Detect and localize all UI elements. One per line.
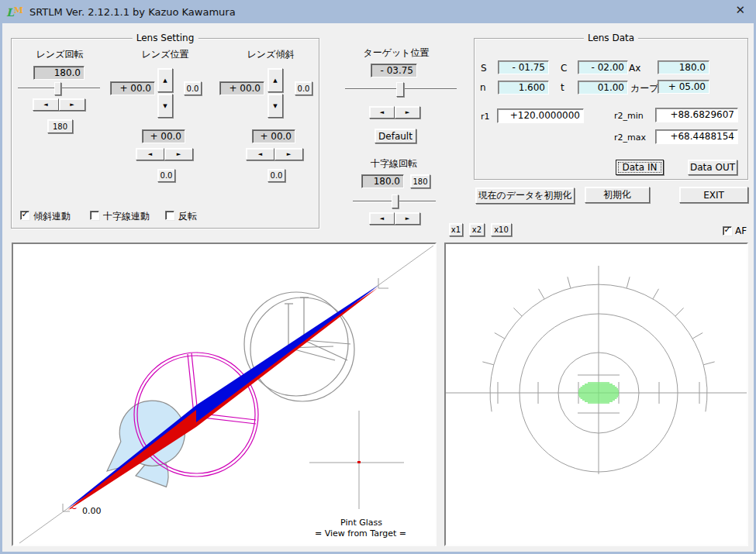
exit-button[interactable]: EXIT [679, 187, 748, 203]
lens-tilt-shift-value: + 00.0 [252, 129, 295, 143]
target-position-label: ターゲット位置 [355, 46, 437, 60]
crosshair-rotation-right-button[interactable]: ► [395, 212, 420, 225]
reset-button[interactable]: 初期化 [585, 187, 650, 203]
r1-field: +120.0000000 [497, 108, 584, 123]
arrow-left-icon: ◄ [148, 151, 152, 157]
n-label: n [480, 82, 486, 93]
lens-setting-group-label: Lens Setting [133, 33, 198, 43]
target-position-left-button[interactable]: ◄ [369, 106, 395, 119]
crosshair-rotation-left-button[interactable]: ◄ [369, 212, 395, 225]
s-label: S [481, 63, 487, 74]
lens-rotation-preset-button[interactable]: 180 [47, 119, 73, 133]
title-bar: LM SRTLM Ver. 2.12.1.1 by Kazuo Kawamura… [0, 0, 756, 23]
ax-label: Ax [629, 63, 640, 74]
target-position-right-button[interactable]: ► [395, 106, 420, 119]
arrow-right-icon: ► [406, 215, 409, 222]
lens-tilt-down-button[interactable]: ▼ [268, 94, 283, 118]
check-icon: ✓ [21, 209, 28, 219]
t-label: t [561, 82, 564, 93]
check-icon: ✓ [723, 225, 730, 235]
af-label: AF [735, 225, 747, 236]
app-window: LM SRTLM Ver. 2.12.1.1 by Kazuo Kawamura… [0, 0, 756, 554]
c-field[interactable]: - 02.00 [578, 60, 628, 74]
lens-position-label: レンズ位置 [132, 48, 198, 61]
target-view-canvas [446, 244, 747, 545]
arrow-left-icon: ◄ [380, 109, 384, 115]
window-title: SRTLM Ver. 2.12.1.1 by Kazuo Kawamura [29, 6, 236, 18]
lens-position-reset-button[interactable]: 0.0 [184, 81, 202, 95]
lens-position-down-button[interactable]: ▼ [157, 94, 173, 118]
arrow-down-icon: ▼ [273, 103, 277, 109]
lens-rotation-slider-thumb[interactable] [54, 82, 61, 95]
crosshair-rotation-slider-thumb[interactable] [392, 194, 399, 208]
reset-current-data-button[interactable]: 現在のデータを初期化 [475, 188, 575, 204]
ray-trace-panel: ~ 0.00 Pint Glass = View from Target = [12, 243, 437, 546]
data-out-button[interactable]: Data OUT [688, 160, 737, 175]
r2-max-field: +68.4488154 [655, 129, 738, 144]
r1-label: r1 [481, 112, 490, 122]
lens-rotation-right-button[interactable]: ► [59, 98, 85, 111]
arrow-right-icon: ► [70, 102, 74, 108]
lens-tilt-shift-right-button[interactable]: ► [274, 148, 303, 160]
arrow-left-icon: ◄ [258, 151, 262, 157]
lens-data-group-label: Lens Data [584, 33, 638, 43]
lens-rotation-label: レンズ回転 [26, 48, 93, 61]
r2-min-field: +88.6829607 [655, 108, 738, 122]
ray-trace-canvas: ~ 0.00 Pint Glass = View from Target = [13, 244, 435, 545]
curve-field[interactable]: + 05.00 [658, 80, 709, 94]
s-field[interactable]: - 01.75 [498, 60, 549, 74]
arrow-left-icon: ◄ [380, 215, 384, 222]
close-icon[interactable]: ✕ [735, 3, 745, 17]
tilt-link-label: 傾斜連動 [33, 210, 71, 223]
r2-max-label: r2_max [614, 132, 646, 143]
arrow-up-icon: ▲ [163, 77, 167, 84]
lens-tilt-shift-left-button[interactable]: ◄ [246, 148, 274, 160]
app-icon: LM [6, 5, 23, 19]
lens-tilt-label: レンズ傾斜 [237, 48, 304, 61]
crosshair-rotation-preset-button[interactable]: 180 [410, 174, 430, 188]
lens-tilt-shift-reset-button[interactable]: 0.0 [268, 169, 285, 182]
lens-position-shift-value: + 00.0 [142, 129, 185, 143]
origin-tilde: ~ [69, 502, 78, 514]
lens-position-shift-right-button[interactable]: ► [164, 148, 193, 160]
arrow-up-icon: ▲ [273, 77, 277, 84]
arrow-right-icon: ► [177, 151, 181, 157]
target-position-value: - 03.75 [371, 64, 417, 77]
lens-rotation-left-button[interactable]: ◄ [33, 98, 59, 111]
target-view-panel [444, 243, 748, 546]
n-field[interactable]: 1.600 [498, 81, 549, 95]
af-checkbox[interactable]: ✓ [723, 226, 732, 236]
lens-tilt-reset-button[interactable]: 0.0 [295, 81, 312, 95]
arrow-down-icon: ▼ [163, 103, 167, 109]
zoom-x10-button[interactable]: x10 [491, 223, 512, 236]
curve-label: カーブ [630, 82, 659, 95]
arrow-right-icon: ► [287, 151, 291, 157]
lens-tilt-up-button[interactable]: ▲ [268, 68, 283, 92]
lens-tilt-slide-value: + 00.0 [219, 81, 264, 95]
lens-position-shift-left-button[interactable]: ◄ [136, 148, 164, 160]
crosshair-link-checkbox[interactable]: ✓ [90, 211, 99, 220]
zoom-x1-button[interactable]: x1 [449, 223, 463, 236]
lens-position-up-button[interactable]: ▲ [157, 68, 173, 92]
target-default-button[interactable]: Default [375, 129, 416, 143]
lens-rotation-value: 180.0 [33, 66, 85, 80]
arrow-left-icon: ◄ [43, 102, 47, 108]
arrow-right-icon: ► [406, 109, 409, 115]
lens-position-shift-reset-button[interactable]: 0.0 [157, 169, 175, 182]
data-in-button[interactable]: Data IN [616, 160, 664, 175]
r2-min-label: r2_min [614, 111, 644, 121]
crosshair-rotation-label: 十字線回転 [355, 157, 433, 170]
origin-value: 0.00 [82, 506, 102, 516]
crosshair-rotation-value: 180.0 [361, 174, 404, 188]
zoom-x2-button[interactable]: x2 [469, 223, 485, 236]
crosshair-link-label: 十字線連動 [103, 210, 150, 223]
invert-checkbox[interactable]: ✓ [165, 211, 174, 220]
ax-field[interactable]: 180.0 [658, 60, 709, 74]
invert-label: 反転 [178, 210, 197, 223]
target-position-slider-thumb[interactable] [396, 82, 404, 97]
pint-glass-caption: Pint Glass [340, 518, 382, 528]
t-field[interactable]: 01.00 [578, 81, 628, 95]
tilt-link-checkbox[interactable]: ✓ [20, 211, 29, 220]
view-from-target-caption: = View from Target = [315, 528, 406, 539]
lens-position-slide-value: + 00.0 [110, 81, 155, 95]
